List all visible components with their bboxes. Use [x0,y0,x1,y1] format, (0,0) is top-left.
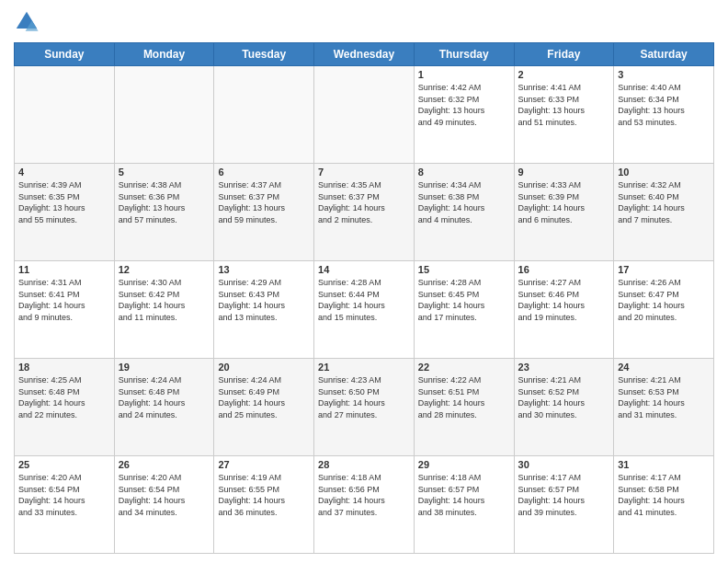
day-info: Sunrise: 4:19 AM Sunset: 6:55 PM Dayligh… [218,472,310,518]
header-day-tuesday: Tuesday [214,43,314,66]
day-number: 14 [318,264,410,275]
day-number: 18 [18,362,110,373]
day-info: Sunrise: 4:38 AM Sunset: 6:36 PM Dayligh… [119,179,210,225]
day-info: Sunrise: 4:24 AM Sunset: 6:48 PM Dayligh… [119,374,210,420]
calendar-cell: 6Sunrise: 4:37 AM Sunset: 6:37 PM Daylig… [214,164,314,261]
calendar-cell: 16Sunrise: 4:27 AM Sunset: 6:46 PM Dayli… [514,261,614,359]
day-number: 28 [318,459,410,470]
calendar-week-3: 11Sunrise: 4:31 AM Sunset: 6:41 PM Dayli… [15,261,714,359]
calendar-cell: 10Sunrise: 4:32 AM Sunset: 6:40 PM Dayli… [614,164,714,261]
calendar-week-1: 1Sunrise: 4:42 AM Sunset: 6:32 PM Daylig… [15,66,714,164]
calendar-cell: 2Sunrise: 4:41 AM Sunset: 6:33 PM Daylig… [514,66,614,164]
day-info: Sunrise: 4:18 AM Sunset: 6:57 PM Dayligh… [418,472,510,518]
logo [14,9,43,35]
day-info: Sunrise: 4:25 AM Sunset: 6:48 PM Dayligh… [18,374,110,420]
day-info: Sunrise: 4:29 AM Sunset: 6:43 PM Dayligh… [218,277,310,323]
day-number: 26 [119,459,210,470]
day-info: Sunrise: 4:41 AM Sunset: 6:33 PM Dayligh… [518,82,610,128]
day-info: Sunrise: 4:18 AM Sunset: 6:56 PM Dayligh… [318,472,410,518]
calendar-cell: 12Sunrise: 4:30 AM Sunset: 6:42 PM Dayli… [114,261,214,359]
calendar-cell: 23Sunrise: 4:21 AM Sunset: 6:52 PM Dayli… [514,359,614,456]
day-number: 6 [218,167,310,178]
day-number: 24 [618,362,710,373]
day-info: Sunrise: 4:33 AM Sunset: 6:39 PM Dayligh… [518,179,610,225]
day-info: Sunrise: 4:17 AM Sunset: 6:58 PM Dayligh… [618,472,710,518]
calendar-cell [15,66,115,164]
calendar-cell [314,66,415,164]
day-number: 31 [618,459,710,470]
day-info: Sunrise: 4:30 AM Sunset: 6:42 PM Dayligh… [119,277,210,323]
day-number: 11 [18,264,110,275]
day-info: Sunrise: 4:37 AM Sunset: 6:37 PM Dayligh… [218,179,310,225]
day-number: 21 [318,362,410,373]
calendar-cell: 11Sunrise: 4:31 AM Sunset: 6:41 PM Dayli… [15,261,115,359]
day-number: 15 [418,264,510,275]
header-day-wednesday: Wednesday [314,43,415,66]
header-day-monday: Monday [114,43,214,66]
day-number: 20 [218,362,310,373]
day-info: Sunrise: 4:27 AM Sunset: 6:46 PM Dayligh… [518,277,610,323]
day-info: Sunrise: 4:34 AM Sunset: 6:38 PM Dayligh… [418,179,510,225]
calendar-cell: 29Sunrise: 4:18 AM Sunset: 6:57 PM Dayli… [414,456,514,554]
calendar-week-2: 4Sunrise: 4:39 AM Sunset: 6:35 PM Daylig… [15,164,714,261]
calendar-cell: 14Sunrise: 4:28 AM Sunset: 6:44 PM Dayli… [314,261,415,359]
calendar-cell: 5Sunrise: 4:38 AM Sunset: 6:36 PM Daylig… [114,164,214,261]
calendar-cell: 21Sunrise: 4:23 AM Sunset: 6:50 PM Dayli… [314,359,415,456]
day-number: 2 [518,69,610,80]
calendar-cell: 26Sunrise: 4:20 AM Sunset: 6:54 PM Dayli… [114,456,214,554]
calendar-cell: 15Sunrise: 4:28 AM Sunset: 6:45 PM Dayli… [414,261,514,359]
calendar-cell: 13Sunrise: 4:29 AM Sunset: 6:43 PM Dayli… [214,261,314,359]
day-info: Sunrise: 4:22 AM Sunset: 6:51 PM Dayligh… [418,374,510,420]
day-number: 30 [518,459,610,470]
day-info: Sunrise: 4:28 AM Sunset: 6:45 PM Dayligh… [418,277,510,323]
header-day-sunday: Sunday [15,43,115,66]
calendar-cell [114,66,214,164]
calendar-cell: 18Sunrise: 4:25 AM Sunset: 6:48 PM Dayli… [15,359,115,456]
calendar-week-4: 18Sunrise: 4:25 AM Sunset: 6:48 PM Dayli… [15,359,714,456]
day-number: 27 [218,459,310,470]
day-number: 7 [318,167,410,178]
day-number: 9 [518,167,610,178]
calendar-cell: 22Sunrise: 4:22 AM Sunset: 6:51 PM Dayli… [414,359,514,456]
calendar-cell: 27Sunrise: 4:19 AM Sunset: 6:55 PM Dayli… [214,456,314,554]
day-info: Sunrise: 4:35 AM Sunset: 6:37 PM Dayligh… [318,179,410,225]
calendar-cell: 30Sunrise: 4:17 AM Sunset: 6:57 PM Dayli… [514,456,614,554]
day-info: Sunrise: 4:17 AM Sunset: 6:57 PM Dayligh… [518,472,610,518]
calendar-cell: 24Sunrise: 4:21 AM Sunset: 6:53 PM Dayli… [614,359,714,456]
day-info: Sunrise: 4:39 AM Sunset: 6:35 PM Dayligh… [18,179,110,225]
day-number: 4 [18,167,110,178]
calendar-table: SundayMondayTuesdayWednesdayThursdayFrid… [14,42,714,554]
calendar-header: SundayMondayTuesdayWednesdayThursdayFrid… [15,43,714,66]
day-number: 1 [418,69,510,80]
logo-icon [14,9,40,35]
day-info: Sunrise: 4:26 AM Sunset: 6:47 PM Dayligh… [618,277,710,323]
calendar-cell: 31Sunrise: 4:17 AM Sunset: 6:58 PM Dayli… [614,456,714,554]
day-number: 5 [119,167,210,178]
calendar-cell: 17Sunrise: 4:26 AM Sunset: 6:47 PM Dayli… [614,261,714,359]
calendar-cell: 9Sunrise: 4:33 AM Sunset: 6:39 PM Daylig… [514,164,614,261]
day-number: 29 [418,459,510,470]
day-info: Sunrise: 4:40 AM Sunset: 6:34 PM Dayligh… [618,82,710,128]
day-info: Sunrise: 4:20 AM Sunset: 6:54 PM Dayligh… [18,472,110,518]
day-number: 8 [418,167,510,178]
day-number: 13 [218,264,310,275]
header-day-saturday: Saturday [614,43,714,66]
calendar-cell: 20Sunrise: 4:24 AM Sunset: 6:49 PM Dayli… [214,359,314,456]
day-info: Sunrise: 4:20 AM Sunset: 6:54 PM Dayligh… [119,472,210,518]
day-number: 19 [119,362,210,373]
calendar-cell: 4Sunrise: 4:39 AM Sunset: 6:35 PM Daylig… [15,164,115,261]
calendar-cell: 19Sunrise: 4:24 AM Sunset: 6:48 PM Dayli… [114,359,214,456]
day-info: Sunrise: 4:42 AM Sunset: 6:32 PM Dayligh… [418,82,510,128]
day-number: 10 [618,167,710,178]
day-number: 25 [18,459,110,470]
day-number: 23 [518,362,610,373]
header [14,9,714,35]
calendar-cell [214,66,314,164]
day-number: 3 [618,69,710,80]
day-number: 17 [618,264,710,275]
page: SundayMondayTuesdayWednesdayThursdayFrid… [0,0,728,563]
header-row: SundayMondayTuesdayWednesdayThursdayFrid… [15,43,714,66]
day-info: Sunrise: 4:21 AM Sunset: 6:52 PM Dayligh… [518,374,610,420]
day-number: 22 [418,362,510,373]
header-day-thursday: Thursday [414,43,514,66]
